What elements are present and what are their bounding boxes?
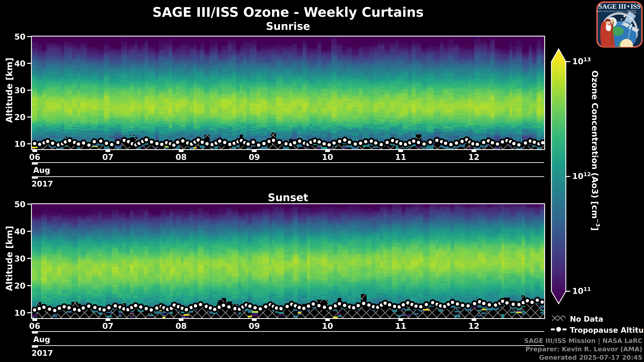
colorbar-tick-1e13: 1013 <box>572 56 591 66</box>
x-tick-mark <box>472 319 476 321</box>
x-tick-mark <box>472 150 476 152</box>
x-tick-label: 06 <box>26 321 44 331</box>
logo-subtitle-right-1: International <box>626 10 636 12</box>
y-tick-label: 10 <box>7 308 26 318</box>
x-tick-mark <box>179 319 184 321</box>
sunset-month-axis-line <box>32 331 544 332</box>
x-tick-mark <box>325 150 330 152</box>
y-tick-mark <box>27 231 31 232</box>
x-tick-label: 06 <box>26 152 44 162</box>
colorbar-tick-mark <box>566 176 570 177</box>
y-tick-label: 20 <box>7 112 26 122</box>
x-tick-label: 08 <box>172 321 190 331</box>
y-tick-mark <box>27 90 31 91</box>
x-tick-label: 12 <box>465 152 483 162</box>
colorbar-tick-mark <box>566 61 570 62</box>
sunset-heatmap-canvas[interactable] <box>32 204 544 318</box>
credit-mission: SAGE III/ISS Mission | NASA LaRC <box>486 337 642 345</box>
x-tick-mark <box>325 319 330 321</box>
sunset-month-axis-tick <box>32 332 38 334</box>
y-tick-mark <box>27 116 31 117</box>
x-tick-mark <box>106 150 110 152</box>
y-tick-mark <box>27 63 31 64</box>
sunrise-year-axis-line <box>32 176 544 177</box>
page-title: SAGE III/ISS Ozone - Weekly Curtains <box>128 5 448 20</box>
x-tick-mark <box>252 150 256 152</box>
y-tick-label: 30 <box>7 86 26 95</box>
x-tick-mark <box>398 319 403 321</box>
logo-title: SAGE III•ISS <box>598 3 641 10</box>
x-tick-label: 08 <box>172 152 190 162</box>
y-tick-mark <box>27 312 31 313</box>
x-tick-mark <box>179 150 184 152</box>
colorbar-tick-mark <box>566 291 570 292</box>
x-tick-label: 09 <box>245 321 264 331</box>
colorbar-axis-label: Ozone Concentration (Ao3) [cm−3] <box>590 70 601 285</box>
sunset-year-axis-line <box>32 345 544 346</box>
logo-subtitle-right-2: Space Station <box>626 12 636 14</box>
sunrise-heatmap-canvas[interactable] <box>32 36 544 149</box>
no-data-legend-label: No Data <box>570 315 603 323</box>
credit-generated: Generated 2025-07-17 20:45 <box>486 353 642 362</box>
sunrise-panel-title: Sunrise <box>128 20 448 32</box>
sunrise-month-axis-tick <box>32 163 38 165</box>
x-tick-mark <box>398 150 403 152</box>
sunrise-year-label: 2017 <box>32 179 53 188</box>
x-tick-label: 11 <box>392 152 410 162</box>
x-tick-mark <box>32 319 37 321</box>
x-tick-label: 10 <box>318 321 337 331</box>
credits-block: SAGE III/ISS Mission | NASA LaRC Prepare… <box>486 337 642 362</box>
tropopause-legend-label: Tropopause Altitude <box>570 326 644 334</box>
x-tick-mark <box>32 150 37 152</box>
x-tick-label: 12 <box>465 321 483 331</box>
x-tick-mark <box>252 319 256 321</box>
y-tick-label: 50 <box>7 200 26 209</box>
x-tick-label: 10 <box>318 152 337 162</box>
sunrise-month-label: Aug <box>33 166 50 175</box>
y-tick-label: 30 <box>7 254 26 263</box>
credit-preparer: Preparer: Kevin R. Leavor (AMA) <box>486 345 642 353</box>
sage-iii-iss-logo[interactable]: BALL • NASA LANGLEY RESEARCH CENTER • S-… <box>596 1 643 48</box>
y-tick-label: 20 <box>7 281 26 291</box>
y-tick-mark <box>27 204 31 205</box>
figure-root: SAGE III/ISS Ozone - Weekly Curtains Sun… <box>0 0 644 362</box>
logo-wizard <box>600 19 615 48</box>
x-tick-label: 09 <box>245 152 264 162</box>
y-tick-label: 50 <box>7 32 26 41</box>
y-tick-mark <box>27 258 31 259</box>
y-tick-mark <box>27 143 31 144</box>
y-tick-mark <box>27 285 31 286</box>
colorbar-tick-1e12: 1012 <box>572 171 591 181</box>
y-tick-label: 40 <box>7 59 26 68</box>
sunset-year-axis-tick <box>32 346 38 348</box>
logo-subtitle-left: Stratospheric Aerosol and Gas Experiment… <box>596 10 626 12</box>
sunset-year-label: 2017 <box>32 349 53 358</box>
x-tick-label: 07 <box>98 321 117 331</box>
sunset-panel-title: Sunset <box>128 191 448 204</box>
x-tick-label: 11 <box>392 321 410 331</box>
colorbar-tick-1e11: 1011 <box>572 286 591 296</box>
sunrise-year-axis-tick <box>32 177 38 179</box>
colorbar-gradient-bar <box>552 49 566 304</box>
sunrise-month-axis-line <box>32 162 544 163</box>
tropopause-legend-icon <box>551 326 567 333</box>
sunset-month-label: Aug <box>33 335 50 344</box>
y-tick-label: 40 <box>7 227 26 236</box>
y-tick-label: 10 <box>7 139 26 149</box>
y-tick-mark <box>27 36 31 37</box>
no-data-legend-icon <box>552 314 566 322</box>
x-tick-mark <box>106 319 110 321</box>
x-tick-label: 07 <box>98 152 117 162</box>
